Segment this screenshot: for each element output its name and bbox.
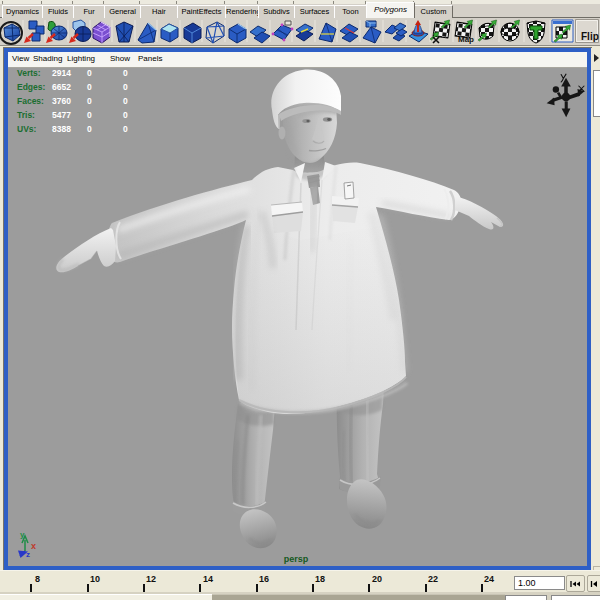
- svg-text:x: x: [31, 541, 36, 551]
- svg-text:z: z: [26, 550, 30, 559]
- svg-text:Flip: Flip: [581, 31, 599, 42]
- svg-text:Map: Map: [458, 35, 474, 44]
- svg-text:y: y: [20, 530, 25, 539]
